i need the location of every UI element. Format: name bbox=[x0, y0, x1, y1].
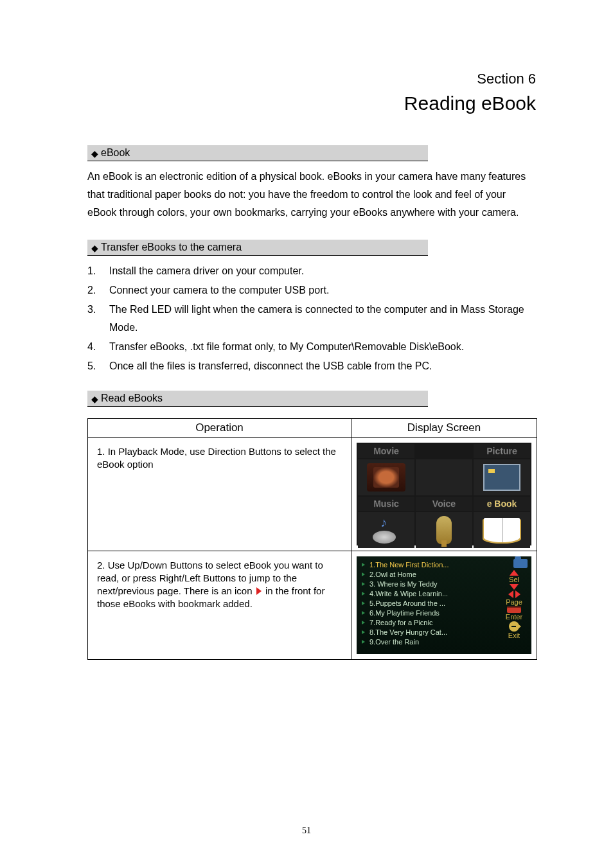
arrow-up-icon bbox=[510, 570, 519, 576]
diamond-icon: ◆ bbox=[91, 243, 98, 253]
step-item: Connect your camera to the computer USB … bbox=[87, 281, 537, 299]
ebook-list: 1.The New First Diction... 2.Owl at Home… bbox=[357, 556, 501, 654]
menu-voice-label: Voice bbox=[416, 497, 472, 511]
row1-display: Movie Picture Music Voice e Book bbox=[351, 438, 537, 551]
movie-icon bbox=[367, 463, 405, 492]
transfer-steps: Install the camera driver on your comput… bbox=[87, 262, 537, 375]
music-icon bbox=[370, 515, 402, 545]
section-title: Reading eBook bbox=[87, 93, 537, 114]
row1-operation: 1. In Playback Mode, use Direction Butto… bbox=[88, 438, 351, 551]
col-operation: Operation bbox=[88, 419, 351, 438]
ebook-side-controls: Sel Page Enter Exit bbox=[501, 556, 531, 654]
step-item: Transfer eBooks, .txt file format only, … bbox=[87, 338, 537, 356]
page-number: 51 bbox=[0, 826, 613, 836]
menu-ebook-label: e Book bbox=[474, 497, 530, 511]
intro-paragraph: An eBook is an electronic edition of a p… bbox=[87, 168, 537, 222]
step-item: The Red LED will light when the camera i… bbox=[87, 301, 537, 337]
picture-icon bbox=[483, 464, 520, 491]
menu-movie-icon bbox=[358, 459, 414, 495]
subhead-read: ◆Read eBooks bbox=[87, 391, 428, 407]
exit-icon bbox=[509, 621, 519, 632]
ebook-item: 2.Owl at Home bbox=[362, 570, 498, 580]
row2-display: 1.The New First Diction... 2.Owl at Home… bbox=[351, 551, 537, 660]
ebook-list-screen: 1.The New First Diction... 2.Owl at Home… bbox=[357, 556, 531, 654]
menu-music-icon bbox=[358, 512, 414, 548]
ebook-item: 5.Puppets Around the ... bbox=[362, 599, 498, 608]
playback-menu-screen: Movie Picture Music Voice e Book bbox=[357, 443, 531, 545]
step-item: Once all the files is transferred, disco… bbox=[87, 357, 537, 375]
folder-icon bbox=[513, 559, 528, 568]
arrow-left-icon bbox=[508, 590, 513, 598]
menu-picture-label: Picture bbox=[474, 444, 530, 458]
ebook-item: 6.My Playtime Friends bbox=[362, 608, 498, 618]
bookmark-icon bbox=[256, 587, 262, 595]
arrow-right-icon bbox=[515, 590, 520, 598]
ebook-item: 3. Where is My Teddy bbox=[362, 580, 498, 589]
ebook-item-selected: 1.The New First Diction... bbox=[362, 560, 498, 570]
enter-icon bbox=[507, 607, 521, 613]
section-number: Section 6 bbox=[87, 71, 537, 87]
voice-icon bbox=[436, 516, 452, 544]
menu-picture-icon bbox=[474, 459, 530, 495]
ebook-item: 9.Over the Rain bbox=[362, 637, 498, 647]
diamond-icon: ◆ bbox=[91, 394, 98, 404]
ebook-item: 8.The Very Hungry Cat... bbox=[362, 628, 498, 637]
menu-movie-label: Movie bbox=[358, 444, 414, 458]
menu-music-label: Music bbox=[358, 497, 414, 511]
subhead-transfer: ◆Transfer eBooks to the camera bbox=[87, 240, 428, 256]
menu-spacer-icon bbox=[416, 459, 472, 495]
enter-label: Enter bbox=[506, 614, 522, 621]
ebook-item: 4.Write & Wipe Learnin... bbox=[362, 589, 498, 599]
diamond-icon: ◆ bbox=[91, 148, 98, 159]
subhead-transfer-label: Transfer eBooks to the camera bbox=[101, 242, 242, 252]
subhead-ebook: ◆eBook bbox=[87, 145, 428, 161]
exit-label: Exit bbox=[508, 632, 520, 639]
sel-label: Sel bbox=[509, 576, 519, 583]
page-label: Page bbox=[506, 599, 522, 606]
arrow-down-icon bbox=[510, 584, 519, 590]
menu-voice-icon bbox=[416, 512, 472, 548]
operation-table: Operation Display Screen 1. In Playback … bbox=[87, 418, 537, 660]
subhead-read-label: Read eBooks bbox=[101, 393, 163, 403]
subhead-ebook-label: eBook bbox=[101, 147, 130, 158]
row2-operation: 2. Use Up/Down Buttons to select eBook y… bbox=[88, 551, 351, 660]
col-display: Display Screen bbox=[351, 419, 537, 438]
step-item: Install the camera driver on your comput… bbox=[87, 262, 537, 280]
ebook-icon bbox=[484, 518, 520, 542]
menu-ebook-icon bbox=[474, 512, 530, 548]
ebook-item: 7.Ready for a Picnic bbox=[362, 618, 498, 628]
